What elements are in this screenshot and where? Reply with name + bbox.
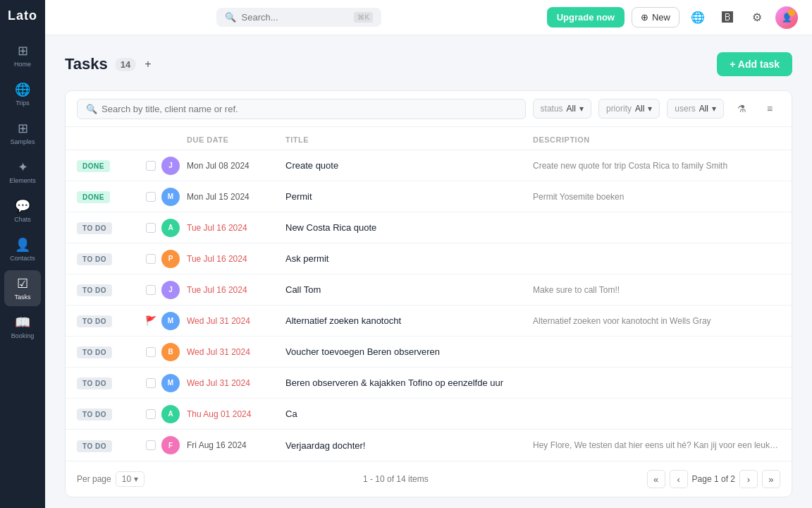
priority-filter-label: priority: [606, 104, 632, 114]
view-toggle-button[interactable]: ≡: [759, 98, 780, 119]
booking-icon: 📖: [15, 315, 30, 330]
first-page-button[interactable]: «: [647, 470, 665, 488]
sidebar-item-elements[interactable]: ✦ Elements: [4, 154, 41, 190]
due-date-cell: Mon Jul 15 2024: [187, 192, 285, 202]
title-cell: Verjaardag dochter!: [285, 440, 533, 451]
checkbox-cell: [140, 285, 161, 295]
topbar: 🔍 ⌘K Upgrade now ⊕ New 🌐 🅱 ⚙ 👤: [45, 0, 812, 35]
sidebar-item-trips[interactable]: 🌐 Trips: [4, 76, 41, 112]
table-row[interactable]: DONE M Mon Jul 15 2024 Permit Permit Yos…: [66, 181, 792, 212]
add-inline-icon[interactable]: +: [143, 56, 152, 72]
row-checkbox[interactable]: [146, 440, 156, 450]
sidebar-item-contacts[interactable]: 👤 Contacts: [4, 231, 41, 267]
title-cell: Ask permit: [285, 253, 533, 264]
row-checkbox[interactable]: [146, 378, 156, 388]
title-cell: New Costa Rica quote: [285, 222, 533, 233]
due-date-cell: Fri Aug 16 2024: [187, 440, 285, 450]
main-content: 🔍 ⌘K Upgrade now ⊕ New 🌐 🅱 ⚙ 👤 Tasks: [45, 0, 812, 508]
checkbox-cell: [140, 409, 161, 419]
users-filter-value: All: [699, 104, 708, 114]
avatar-wrapper: 👤: [775, 6, 798, 29]
title-cell: Call Tom: [285, 284, 533, 295]
status-badge: TO DO: [77, 221, 140, 234]
globe-icon[interactable]: 🌐: [687, 6, 709, 29]
sidebar-item-label-chats: Chats: [14, 216, 31, 223]
badge-icon[interactable]: 🅱: [716, 6, 739, 29]
checkbox-cell: [140, 254, 161, 264]
status-badge: TO DO: [77, 252, 140, 265]
due-date-cell: Tue Jul 16 2024: [187, 254, 285, 264]
sidebar-item-home[interactable]: ⊞ Home: [4, 37, 41, 73]
search-input[interactable]: [242, 12, 349, 23]
pagination-controls: « ‹ Page 1 of 2 › »: [647, 470, 780, 488]
task-search[interactable]: 🔍: [77, 99, 526, 119]
elements-icon: ✦: [18, 159, 28, 175]
table-row[interactable]: TO DO P Tue Jul 16 2024 Ask permit: [66, 243, 792, 274]
row-checkbox[interactable]: [146, 192, 156, 202]
table-row[interactable]: TO DO M Wed Jul 31 2024 Beren observeren…: [66, 368, 792, 399]
contacts-icon: 👤: [15, 237, 30, 253]
status-filter-label: status: [541, 104, 563, 114]
prev-page-button[interactable]: ‹: [670, 470, 688, 488]
sidebar-item-tasks[interactable]: ☑ Tasks: [4, 270, 41, 306]
task-search-input[interactable]: [102, 104, 517, 114]
col-due-date: DUE DATE: [187, 135, 285, 144]
chats-icon: 💬: [15, 198, 30, 214]
settings-icon[interactable]: ⚙: [746, 6, 768, 29]
trips-icon: 🌐: [15, 82, 30, 97]
title-cell: Beren observeren & kajakken Tofino op ee…: [285, 377, 533, 388]
sidebar-item-booking[interactable]: 📖 Booking: [4, 309, 41, 345]
title-cell: Ca: [285, 409, 533, 419]
checkbox-cell: 🚩: [140, 315, 161, 326]
priority-filter[interactable]: priority All ▾: [598, 99, 660, 119]
user-avatar[interactable]: 👤: [775, 6, 798, 29]
row-checkbox[interactable]: [146, 285, 156, 295]
last-page-button[interactable]: »: [762, 470, 780, 488]
avatar-cell: B: [161, 343, 187, 361]
new-button[interactable]: ⊕ New: [632, 7, 679, 28]
page-info: Page 1 of 2: [692, 474, 735, 484]
next-page-button[interactable]: ›: [739, 470, 758, 488]
priority-filter-value: All: [635, 104, 644, 114]
checkbox-cell: [140, 192, 161, 202]
row-checkbox[interactable]: [146, 409, 156, 419]
sidebar-item-chats[interactable]: 💬 Chats: [4, 193, 41, 229]
table-header: DUE DATE TITLE DESCRIPTION: [66, 130, 792, 150]
table-row[interactable]: TO DO A Tue Jul 16 2024 New Costa Rica q…: [66, 212, 792, 243]
row-checkbox[interactable]: [146, 223, 156, 233]
sidebar-item-samples[interactable]: ⊞ Samples: [4, 115, 41, 151]
sidebar: Lato ⊞ Home 🌐 Trips ⊞ Samples ✦ Elements…: [0, 0, 45, 508]
filter-row: 🔍 status All ▾ priority All ▾ users All …: [66, 91, 792, 127]
row-checkbox[interactable]: [146, 254, 156, 264]
table-row[interactable]: TO DO J Tue Jul 16 2024 Call Tom Make su…: [66, 274, 792, 306]
users-filter-label: users: [675, 104, 695, 114]
table-row[interactable]: TO DO A Thu Aug 01 2024 Ca: [66, 399, 792, 430]
checkbox-cell: [140, 223, 161, 233]
sidebar-item-label-contacts: Contacts: [10, 255, 35, 262]
description-cell: Make sure to call Tom!!: [533, 285, 780, 295]
task-count-badge: 14: [115, 58, 136, 71]
table-row[interactable]: TO DO F Fri Aug 16 2024 Verjaardag docht…: [66, 430, 792, 461]
filter-button[interactable]: ⚗: [731, 98, 752, 119]
sidebar-item-label-booking: Booking: [11, 332, 35, 339]
tasks-table: 🔍 status All ▾ priority All ▾ users All …: [65, 90, 792, 497]
upgrade-button[interactable]: Upgrade now: [547, 7, 625, 28]
table-row[interactable]: DONE J Mon Jul 08 2024 Create quote Crea…: [66, 150, 792, 181]
row-avatar: F: [161, 436, 180, 454]
add-task-button[interactable]: + Add task: [717, 52, 792, 76]
app-logo: Lato: [8, 8, 37, 23]
sidebar-item-label-samples: Samples: [10, 138, 35, 145]
table-row[interactable]: TO DO B Wed Jul 31 2024 Voucher toevoege…: [66, 337, 792, 368]
search-bar[interactable]: 🔍 ⌘K: [216, 8, 382, 27]
row-checkbox[interactable]: [146, 347, 156, 357]
col-status: [77, 135, 140, 144]
status-filter[interactable]: status All ▾: [533, 99, 591, 119]
users-filter[interactable]: users All ▾: [667, 99, 724, 119]
per-page-select[interactable]: 10 ▾: [116, 471, 144, 487]
topbar-right: Upgrade now ⊕ New 🌐 🅱 ⚙ 👤: [547, 6, 798, 29]
task-search-icon: 🔍: [86, 104, 97, 114]
row-checkbox[interactable]: [146, 161, 156, 171]
table-row[interactable]: TO DO 🚩 M Wed Jul 31 2024 Alternatief zo…: [66, 306, 792, 337]
checkbox-cell: [140, 440, 161, 450]
checkbox-cell: [140, 378, 161, 388]
